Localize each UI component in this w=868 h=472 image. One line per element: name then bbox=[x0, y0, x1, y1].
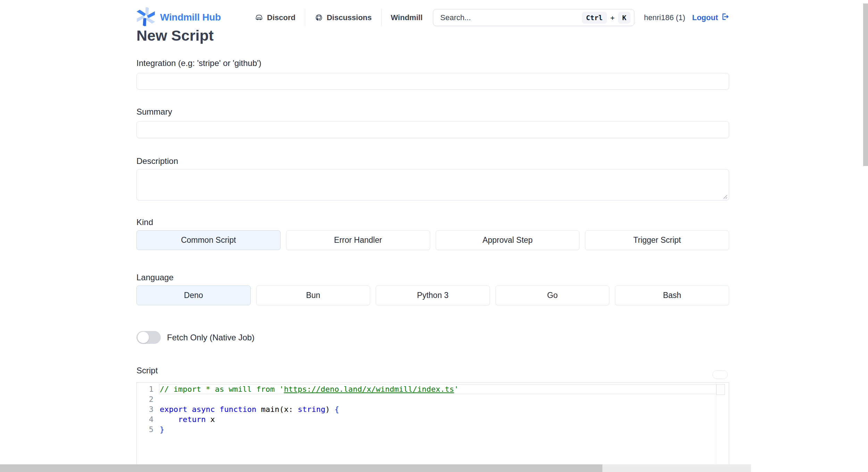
search-input[interactable] bbox=[440, 13, 582, 23]
nav-item-label: Windmill bbox=[391, 13, 423, 22]
code-lines: 1// import * as wmill from 'https://deno… bbox=[137, 383, 729, 434]
fetch-only-label: Fetch Only (Native Job) bbox=[167, 333, 254, 342]
line-number: 5 bbox=[137, 424, 153, 434]
user-area: henri186 (1) Logout bbox=[644, 9, 729, 26]
search-shortcut: Ctrl+K bbox=[582, 12, 631, 24]
textarea-resize-handle[interactable] bbox=[721, 193, 728, 199]
fetch-only-row: Fetch Only (Native Job) bbox=[136, 331, 254, 344]
username: henri186 (1) bbox=[644, 13, 685, 22]
nav-item-discord[interactable]: Discord bbox=[245, 13, 305, 22]
kbd-k: K bbox=[618, 12, 631, 24]
kind-option-error-handler[interactable]: Error Handler bbox=[286, 230, 430, 250]
kind-option-common-script[interactable]: Common Script bbox=[136, 230, 281, 250]
code-line-1: 1// import * as wmill from 'https://deno… bbox=[137, 384, 729, 394]
line-number: 2 bbox=[137, 394, 153, 404]
summary-label: Summary bbox=[136, 107, 172, 117]
code-text: } bbox=[160, 424, 164, 434]
code-line-5: 5} bbox=[137, 424, 729, 434]
code-line-3: 3export async function main(x: string) { bbox=[137, 404, 729, 414]
editor-toggle-pill[interactable] bbox=[712, 370, 728, 379]
kind-label: Kind bbox=[136, 217, 153, 227]
code-text: export async function main(x: string) { bbox=[160, 404, 339, 414]
github-icon bbox=[315, 13, 323, 22]
code-text: // import * as wmill from 'https://deno.… bbox=[160, 384, 459, 394]
new-script-page: Windmill Hub DiscordDiscussionsWindmill … bbox=[0, 0, 868, 472]
integration-input[interactable] bbox=[136, 73, 729, 90]
toggle-knob bbox=[137, 332, 149, 343]
line-number: 3 bbox=[137, 404, 153, 414]
search-box: Ctrl+K bbox=[433, 9, 634, 26]
language-label: Language bbox=[136, 273, 174, 282]
page-title: New Script bbox=[136, 27, 214, 44]
description-textarea[interactable] bbox=[136, 169, 729, 200]
nav-item-windmill[interactable]: Windmill bbox=[382, 13, 432, 22]
language-option-bun[interactable]: Bun bbox=[256, 285, 370, 305]
code-line-4: 4 return x bbox=[137, 414, 729, 424]
logout-label: Logout bbox=[692, 13, 718, 22]
language-options: DenoBunPython 3GoBash bbox=[136, 285, 729, 305]
summary-input[interactable] bbox=[136, 121, 729, 138]
language-option-python-3[interactable]: Python 3 bbox=[376, 285, 490, 305]
brand-home-link[interactable]: Windmill Hub bbox=[136, 8, 221, 27]
vertical-scrollbar-thumb[interactable] bbox=[863, 3, 868, 166]
code-line-2: 2 bbox=[137, 394, 729, 404]
language-option-go[interactable]: Go bbox=[495, 285, 610, 305]
kind-option-approval-step[interactable]: Approval Step bbox=[436, 230, 580, 250]
windmill-logo-icon bbox=[136, 7, 155, 27]
nav-item-label: Discussions bbox=[327, 13, 372, 22]
line-number: 4 bbox=[137, 414, 153, 424]
code-editor[interactable]: 1// import * as wmill from 'https://deno… bbox=[136, 382, 729, 465]
shortcut-separator: + bbox=[610, 14, 615, 22]
horizontal-scrollbar-track[interactable] bbox=[0, 464, 751, 472]
logout-icon bbox=[721, 13, 729, 23]
script-label: Script bbox=[136, 366, 158, 375]
nav-item-discussions[interactable]: Discussions bbox=[305, 13, 381, 22]
integration-label: Integration (e.g: 'stripe' or 'github') bbox=[136, 58, 261, 68]
brand-title: Windmill Hub bbox=[160, 12, 221, 23]
line-number: 1 bbox=[137, 384, 153, 394]
kbd-ctrl: Ctrl bbox=[582, 12, 607, 24]
kind-options: Common ScriptError HandlerApproval StepT… bbox=[136, 230, 729, 250]
editor-gutter-line bbox=[716, 383, 716, 465]
kind-option-trigger-script[interactable]: Trigger Script bbox=[585, 230, 729, 250]
main-nav: DiscordDiscussionsWindmill bbox=[245, 9, 432, 26]
horizontal-scrollbar-thumb[interactable] bbox=[0, 464, 602, 472]
description-label: Description bbox=[136, 156, 178, 166]
discord-icon bbox=[254, 13, 264, 22]
code-text: return x bbox=[160, 414, 215, 424]
fetch-only-toggle[interactable] bbox=[136, 331, 161, 344]
overview-ruler-marker bbox=[716, 384, 725, 395]
logout-link[interactable]: Logout bbox=[692, 13, 729, 23]
language-option-deno[interactable]: Deno bbox=[136, 285, 251, 305]
nav-item-label: Discord bbox=[267, 13, 295, 22]
language-option-bash[interactable]: Bash bbox=[615, 285, 729, 305]
